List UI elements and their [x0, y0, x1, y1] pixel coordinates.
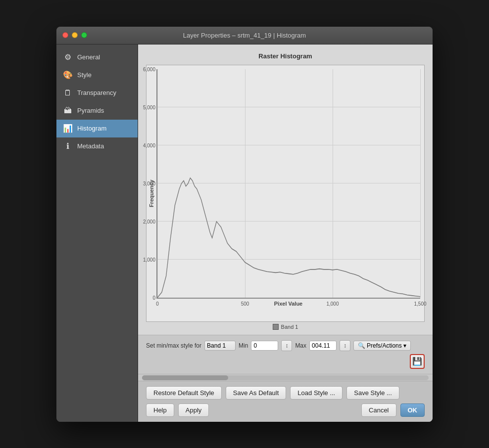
sidebar-item-transparency[interactable]: 🗒 Transparency — [56, 84, 138, 102]
max-arrow-btn[interactable]: ↕ — [340, 340, 350, 351]
y-tick-2000: 2,000 — [143, 219, 155, 224]
ok-button[interactable]: OK — [400, 403, 425, 417]
sidebar-label-histogram: Histogram — [77, 125, 106, 132]
histogram-icon: 📊 — [62, 123, 73, 134]
min-label: Min — [239, 342, 248, 349]
sidebar: ⚙ General 🎨 Style 🗒 Transparency 🏔 Pyram… — [56, 45, 138, 422]
main-window: Layer Properties – srtm_41_19 | Histogra… — [56, 27, 433, 422]
save-style-icon-button[interactable]: 💾 — [410, 354, 425, 369]
action-button-row: Help Apply Cancel OK — [146, 403, 425, 417]
y-tick-0: 0 — [152, 295, 155, 300]
min-input[interactable] — [251, 341, 278, 351]
prefs-actions-button[interactable]: 🔍 Prefs/Actions ▾ — [353, 341, 411, 351]
sidebar-item-style[interactable]: 🎨 Style — [56, 66, 138, 84]
right-panel: Raster Histogram Frequency 6,000 5,000 4 — [138, 45, 433, 422]
x-tick-1500: 1,500 — [414, 301, 426, 307]
traffic-lights — [62, 32, 87, 38]
x-tick-500: 500 — [241, 301, 249, 307]
help-button[interactable]: Help — [146, 403, 174, 417]
metadata-icon: ℹ — [62, 141, 73, 152]
sidebar-label-style: Style — [77, 71, 92, 79]
titlebar: Layer Properties – srtm_41_19 | Histogra… — [56, 27, 433, 45]
dropdown-arrow-icon: ▾ — [403, 342, 406, 349]
sidebar-label-metadata: Metadata — [77, 142, 104, 150]
legend-label: Band 1 — [281, 324, 298, 330]
chart-container: Frequency 6,000 5,000 4,000 3, — [146, 65, 425, 322]
save-as-default-button[interactable]: Save As Default — [226, 386, 287, 400]
save-style-button[interactable]: Save Style ... — [346, 386, 399, 400]
close-button[interactable] — [62, 32, 68, 38]
chart-title: Raster Histogram — [146, 52, 425, 60]
chart-area: Raster Histogram Frequency 6,000 5,000 4 — [138, 45, 433, 335]
y-tick-1000: 1,000 — [143, 257, 155, 262]
sidebar-label-general: General — [77, 53, 100, 61]
set-minmax-label: Set min/max style for — [146, 342, 201, 349]
controls-bar: Set min/max style for Band 1 Min ↕ Max ↕… — [138, 335, 433, 374]
sidebar-label-pyramids: Pyramids — [77, 107, 104, 114]
y-tick-5000: 5,000 — [143, 104, 155, 110]
minimize-button[interactable] — [72, 32, 78, 38]
y-tick-4000: 4,000 — [143, 142, 155, 148]
min-arrow-btn[interactable]: ↕ — [281, 340, 292, 351]
legend-box — [273, 324, 279, 330]
chart-legend: Band 1 — [146, 324, 425, 330]
pyramids-icon: 🏔 — [62, 105, 73, 116]
sidebar-label-transparency: Transparency — [77, 89, 116, 96]
x-tick-1000: 1,000 — [326, 301, 339, 307]
main-content: ⚙ General 🎨 Style 🗒 Transparency 🏔 Pyram… — [56, 45, 433, 422]
scrollbar-track[interactable] — [142, 375, 429, 380]
max-input[interactable] — [309, 341, 337, 351]
sidebar-item-general[interactable]: ⚙ General — [56, 48, 138, 66]
sidebar-item-histogram[interactable]: 📊 Histogram — [56, 120, 138, 137]
scrollbar-area — [138, 374, 433, 381]
prefs-label: Prefs/Actions — [367, 342, 402, 349]
style-button-row: Restore Default Style Save As Default Lo… — [146, 386, 425, 400]
band-select[interactable]: Band 1 — [204, 341, 236, 351]
style-icon: 🎨 — [62, 70, 73, 81]
chart-inner: 6,000 5,000 4,000 3,000 2,000 1,000 0 — [156, 65, 424, 321]
x-tick-0: 0 — [156, 301, 159, 307]
grid-v-1500 — [420, 69, 421, 298]
apply-button[interactable]: Apply — [178, 403, 209, 417]
restore-default-button[interactable]: Restore Default Style — [146, 386, 222, 400]
bottom-buttons: Restore Default Style Save As Default Lo… — [138, 381, 433, 422]
maximize-button[interactable] — [81, 32, 87, 38]
x-axis-title: Pixel Value — [156, 301, 420, 307]
max-label: Max — [295, 342, 306, 349]
y-tick-6000: 6,000 — [143, 66, 155, 72]
sidebar-item-pyramids[interactable]: 🏔 Pyramids — [56, 102, 138, 120]
general-icon: ⚙ — [62, 52, 73, 63]
y-tick-3000: 3,000 — [143, 180, 155, 186]
load-style-button[interactable]: Load Style ... — [290, 386, 342, 400]
sidebar-item-metadata[interactable]: ℹ Metadata — [56, 137, 138, 155]
window-title: Layer Properties – srtm_41_19 | Histogra… — [183, 32, 306, 39]
magnifier-icon: 🔍 — [358, 342, 365, 349]
scrollbar-thumb[interactable] — [142, 375, 228, 380]
cancel-button[interactable]: Cancel — [361, 403, 396, 417]
histogram-svg — [157, 69, 420, 298]
chart-plot: 6,000 5,000 4,000 3,000 2,000 1,000 0 — [156, 69, 420, 299]
transparency-icon: 🗒 — [62, 88, 73, 98]
y-axis-label: Frequency — [147, 65, 156, 321]
